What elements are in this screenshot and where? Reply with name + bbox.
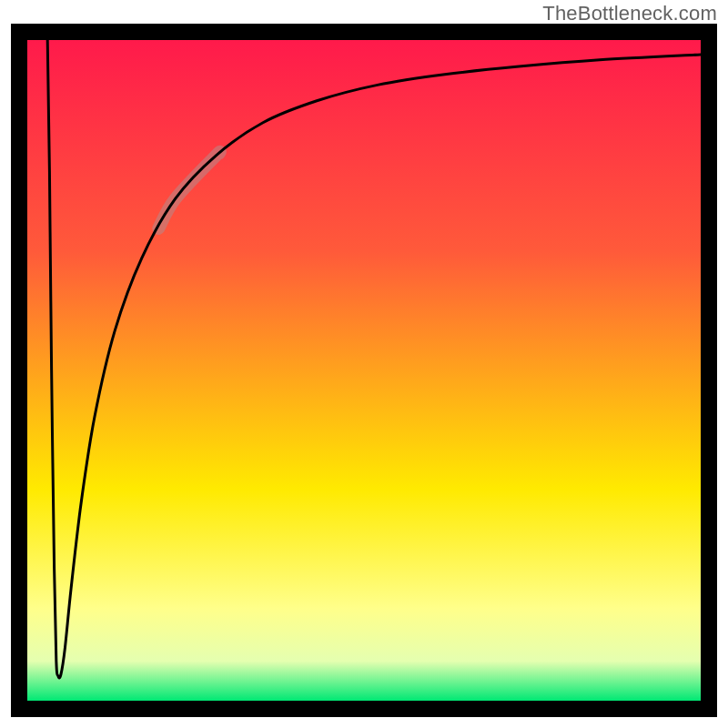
chart-container: TheBottleneck.com (0, 0, 728, 728)
plot-area (27, 40, 701, 701)
watermark-text: TheBottleneck.com (542, 2, 717, 25)
chart-frame (11, 24, 717, 717)
plot-svg (27, 40, 701, 701)
gradient-background (27, 40, 701, 701)
